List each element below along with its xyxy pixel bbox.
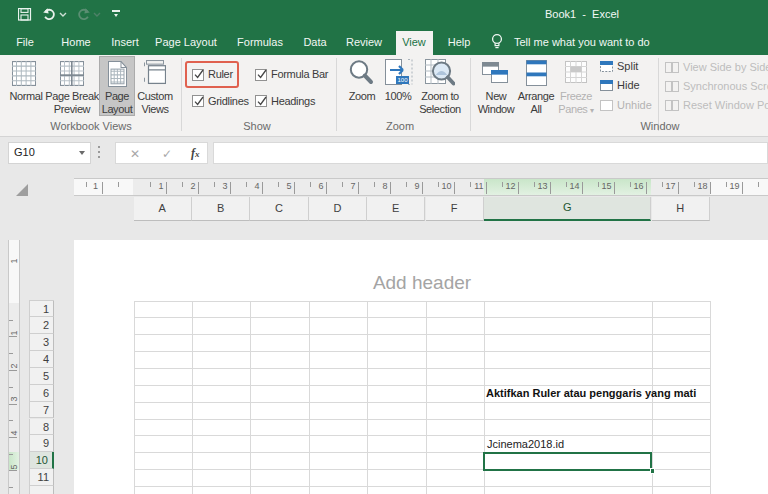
svg-text:100: 100 <box>397 77 408 83</box>
